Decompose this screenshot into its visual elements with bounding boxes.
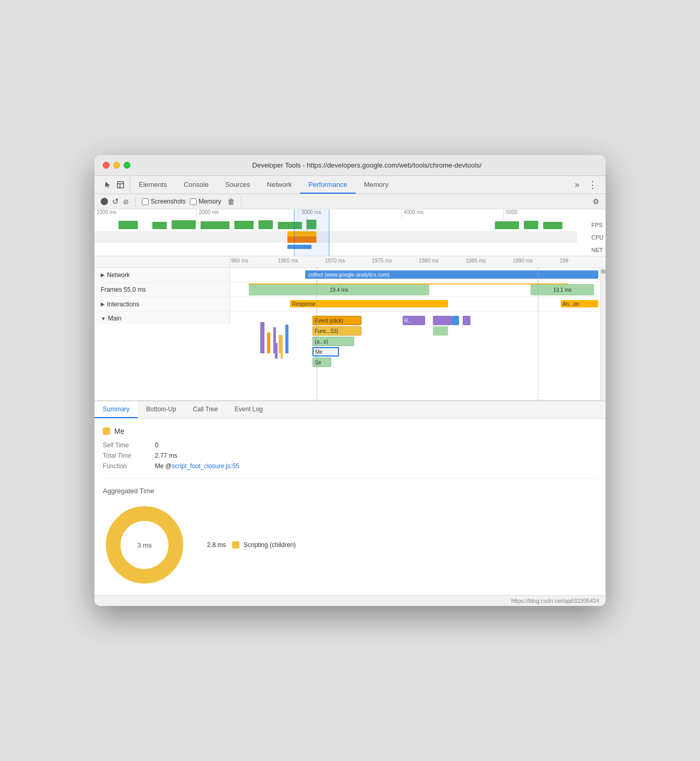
interaction-bar-annon[interactable]: An...on <box>561 300 598 307</box>
tick-1985: 1985 ms <box>465 258 512 267</box>
function-prefix: Me @ <box>155 462 172 470</box>
donut-value: 3 ms <box>137 541 152 549</box>
legend-scripting-color <box>232 541 239 549</box>
tab-memory[interactable]: Memory <box>356 176 397 194</box>
tick-1980: 1980 ms <box>418 258 465 267</box>
network-bar-text: collect (www.google-analytics.com) <box>308 272 390 278</box>
memory-checkbox[interactable]: Memory <box>190 198 221 205</box>
total-time-row: Total Time 2.77 ms <box>103 452 597 459</box>
stop-button[interactable]: ⊘ <box>123 198 129 206</box>
main-scrollbar[interactable] <box>600 312 606 400</box>
summary-content: Me Self Time 0 Total Time 2.77 ms Functi… <box>94 419 606 595</box>
interaction-bar-response[interactable]: Response <box>290 300 448 307</box>
self-time-row: Self Time 0 <box>103 442 597 449</box>
tab-console[interactable]: Console <box>175 176 217 194</box>
flame-green-1[interactable] <box>433 326 448 336</box>
tick-4000: 4000 ms <box>402 209 504 219</box>
menu-button[interactable]: ⋮ <box>584 176 601 194</box>
clear-button[interactable]: 🗑 <box>227 197 235 206</box>
small-block-purple-3 <box>275 343 277 359</box>
frame-block-1-text: 19.4 ms <box>330 287 348 293</box>
traffic-lights <box>103 162 130 169</box>
main-collapse-arrow[interactable]: ▼ <box>101 316 106 322</box>
interactions-label-text: Interactions <box>107 301 139 308</box>
network-track-content: collect (www.google-analytics.com) <box>230 268 606 282</box>
frame-block-1[interactable]: 19.4 ms <box>249 284 429 295</box>
svg-rect-4 <box>152 222 167 229</box>
flame-purple-3[interactable] <box>463 316 470 325</box>
tab-call-tree[interactable]: Call Tree <box>185 401 226 418</box>
svg-rect-5 <box>172 220 196 229</box>
flame-se[interactable]: Se <box>312 358 331 367</box>
more-tabs-button[interactable]: » <box>571 177 584 193</box>
main-track-label[interactable]: ▼ Main <box>94 312 230 324</box>
svg-rect-7 <box>234 221 254 229</box>
tab-bottom-up[interactable]: Bottom-Up <box>138 401 184 418</box>
flame-event-click[interactable]: Event (click) <box>312 316 361 325</box>
interactions-track-label[interactable]: ▶ Interactions <box>94 297 230 311</box>
maximize-button[interactable] <box>124 162 130 169</box>
cpu-bars <box>94 231 577 243</box>
flame-r-text: R... <box>404 318 413 324</box>
interaction-response-text: Response <box>292 301 316 307</box>
interactions-scrollbar[interactable] <box>600 297 606 311</box>
panel-icon[interactable] <box>115 180 126 190</box>
svg-rect-12 <box>524 221 538 229</box>
tab-summary[interactable]: Summary <box>94 401 138 418</box>
summary-panel: Summary Bottom-Up Call Tree Event Log Me… <box>94 401 606 595</box>
tab-performance[interactable]: Performance <box>300 176 355 194</box>
overview-labels: FPS CPU NET <box>592 219 604 256</box>
tab-network[interactable]: Network <box>259 176 300 194</box>
tick-1000: 1000 ms <box>94 209 197 219</box>
flame-func[interactable]: Func...53) <box>312 326 361 336</box>
network-expand-arrow[interactable]: ▶ <box>101 272 105 278</box>
network-track-label[interactable]: ▶ Network <box>94 268 230 282</box>
svg-rect-18 <box>287 245 311 249</box>
fps-bars <box>94 219 577 231</box>
close-button[interactable] <box>103 162 110 169</box>
frames-label-text: Frames 55.0 ms <box>101 286 146 293</box>
flame-purple-1[interactable] <box>433 316 452 325</box>
network-bar: collect (www.google-analytics.com) <box>305 270 598 279</box>
screenshots-checkbox-input[interactable] <box>142 198 149 205</box>
main-dashed-line-2 <box>538 312 538 400</box>
interactions-expand-arrow[interactable]: ▶ <box>101 301 105 307</box>
flame-event-click-text: Event (click) <box>315 318 343 324</box>
minimize-button[interactable] <box>113 162 120 169</box>
tab-event-log[interactable]: Event Log <box>226 401 271 418</box>
record-button[interactable] <box>101 198 108 205</box>
svg-rect-13 <box>543 222 562 229</box>
tab-sources[interactable]: Sources <box>217 176 259 194</box>
scrollbar-thumb[interactable] <box>601 269 606 274</box>
svg-rect-3 <box>118 221 138 229</box>
flame-r[interactable]: R... <box>403 316 425 325</box>
time-ruler: 960 ms 1965 ms 1970 ms 1975 ms 1980 ms 1… <box>94 256 606 268</box>
svg-rect-0 <box>117 182 124 188</box>
self-time-key: Self Time <box>103 442 155 449</box>
flame-me[interactable]: Me <box>312 347 339 356</box>
memory-label: Memory <box>199 198 221 205</box>
screenshots-checkbox[interactable]: Screenshots <box>142 198 186 205</box>
total-time-key: Total Time <box>103 452 155 459</box>
memory-checkbox-input[interactable] <box>190 198 197 205</box>
small-blocks-group-2 <box>275 343 283 361</box>
frames-scrollbar[interactable] <box>600 282 606 296</box>
tick-3000: 3000 ms <box>299 209 401 219</box>
settings-button[interactable]: ⚙ <box>593 197 599 206</box>
cpu-label: CPU <box>592 231 604 244</box>
scrollbar-track[interactable] <box>600 268 606 282</box>
reload-button[interactable]: ↺ <box>112 197 119 206</box>
function-link[interactable]: script_foot_closure.js:55 <box>172 462 239 470</box>
time-ticks: 960 ms 1965 ms 1970 ms 1975 ms 1980 ms 1… <box>230 256 606 267</box>
frame-block-2[interactable]: 13.1 ms <box>530 284 594 295</box>
aggregated-section: Aggregated Time 3 ms <box>103 478 597 587</box>
tab-elements[interactable]: Elements <box>130 176 175 194</box>
flame-as[interactable]: (a...s) <box>312 337 354 346</box>
small-block-orange-1 <box>267 332 270 353</box>
ruler-spacer <box>94 256 230 267</box>
cursor-icon[interactable] <box>103 180 113 190</box>
total-time-value: 2.77 ms <box>155 452 177 459</box>
flame-blue-2[interactable] <box>452 316 459 325</box>
interactions-track: ▶ Interactions Response An...on <box>94 297 606 312</box>
tick-2000: 2000 ms <box>197 209 299 219</box>
